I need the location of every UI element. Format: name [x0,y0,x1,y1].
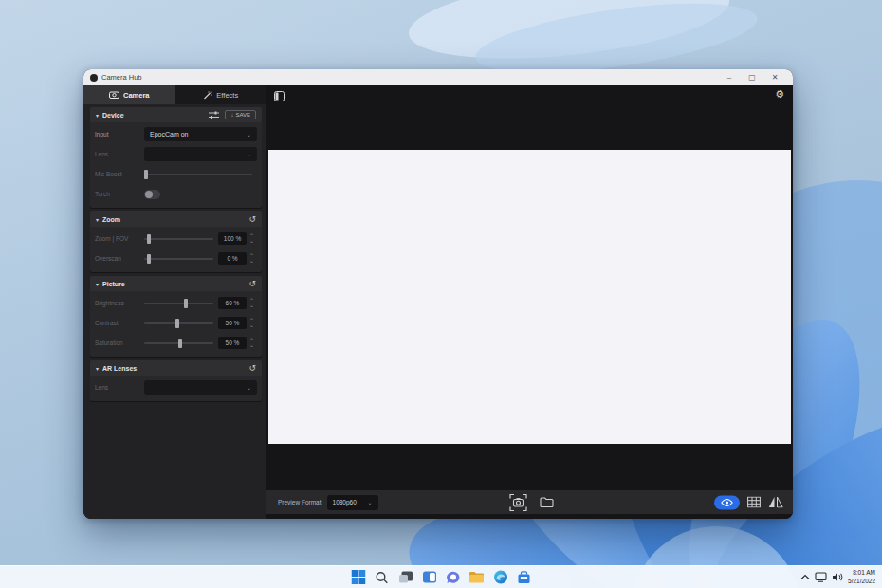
stepper-down-icon[interactable]: ⌄ [249,259,254,264]
stepper-down-icon[interactable]: ⌄ [249,239,254,244]
zoom-fov-label: Zoom | FOV [95,235,144,242]
search-button[interactable] [374,569,391,586]
chat-button[interactable] [445,569,462,586]
contrast-row: Contrast 50 % ⌃ ⌄ [95,313,257,333]
brightness-slider[interactable] [144,298,213,309]
stepper-down-icon[interactable]: ⌄ [249,343,254,348]
store-button[interactable] [516,569,533,586]
zoom-title: Zoom [102,216,120,223]
collapse-triangle-icon[interactable]: ▾ [96,216,99,223]
lens-dropdown[interactable]: ⌄ [144,147,257,161]
ar-lens-dropdown[interactable]: ⌄ [144,380,257,395]
reset-icon[interactable]: ↺ [248,215,256,224]
overscan-label: Overscan [95,255,144,262]
zoom-header[interactable]: ▾ Zoom ↺ [90,211,262,227]
overscan-slider[interactable] [144,253,213,265]
taskbar: 8:01 AM 5/21/2022 [0,565,882,588]
widgets-button[interactable] [421,569,438,586]
ar-lenses-title: AR Lenses [102,365,137,372]
torch-toggle[interactable] [144,190,160,199]
file-explorer-button[interactable] [469,569,486,586]
preview-footer-bar: Preview Format 1080p60 ⌄ [266,490,793,514]
file-explorer-icon [469,571,485,583]
system-tray: 8:01 AM 5/21/2022 [800,566,877,588]
slider-handle[interactable] [144,170,148,179]
saturation-slider[interactable] [144,338,213,349]
stepper-down-icon[interactable]: ⌄ [249,323,254,328]
tray-chevron-up-icon[interactable] [800,574,810,580]
mic-boost-slider[interactable] [144,169,252,180]
start-button[interactable] [350,569,367,586]
save-arrow-icon: ↓ [230,112,233,118]
tab-effects-label: Effects [216,91,238,100]
app-icon [90,74,98,82]
collapse-triangle-icon[interactable]: ▾ [96,281,99,287]
ar-lenses-header[interactable]: ▾ AR Lenses ↺ [90,360,262,376]
picture-header[interactable]: ▾ Picture ↺ [90,276,262,291]
settings-sliders-icon[interactable] [209,111,219,119]
folder-icon[interactable] [540,497,554,508]
flip-mirror-icon[interactable] [768,497,783,508]
magic-wand-icon [203,91,212,100]
camera-icon [109,91,119,99]
chevron-down-icon: ⌄ [247,132,251,138]
contrast-stepper: ⌃ ⌄ [247,319,257,328]
gear-icon[interactable]: ⚙ [775,88,784,101]
camera-hub-window: Camera Hub – ▢ ✕ Camera [83,69,793,519]
task-view-button[interactable] [397,569,414,586]
device-header[interactable]: ▾ Device ↓ SAVE [90,107,262,122]
toggle-knob [145,191,153,198]
zoom-fov-slider[interactable] [144,233,213,245]
clock-date: 5/21/2022 [848,578,875,586]
collapse-triangle-icon[interactable]: ▾ [96,112,99,119]
reset-icon[interactable]: ↺ [248,280,256,288]
titlebar[interactable]: Camera Hub – ▢ ✕ [83,69,793,85]
brightness-row: Brightness 60 % ⌃ ⌄ [95,293,257,313]
chevron-down-icon: ⌄ [367,500,372,505]
overscan-value: 0 % [218,252,247,265]
collapse-sidebar-icon[interactable] [274,91,285,101]
window-title: Camera Hub [101,73,142,82]
edge-browser-button[interactable] [492,569,509,586]
preview-format-dropdown[interactable]: 1080p60 ⌄ [327,495,378,510]
slider-track [144,238,213,240]
maximize-button[interactable]: ▢ [741,69,763,85]
widgets-icon [422,571,436,583]
save-button[interactable]: ↓ SAVE [225,110,256,119]
taskbar-clock[interactable]: 8:01 AM 5/21/2022 [848,569,877,586]
preview-format-label: Preview Format [278,499,322,505]
minimize-button[interactable]: – [718,69,741,85]
section-zoom: ▾ Zoom ↺ Zoom | FOV 100 % [90,211,262,272]
stepper-down-icon[interactable]: ⌄ [249,303,254,308]
input-dropdown[interactable]: EpocCam on ⌄ [144,127,257,141]
grid-overlay-icon[interactable] [747,497,761,508]
saturation-value: 50 % [218,337,247,349]
slider-handle[interactable] [184,299,188,308]
zoom-fov-stepper: ⌃ ⌄ [247,234,257,244]
search-icon [376,571,389,584]
tab-camera[interactable]: Camera [83,85,175,104]
eye-icon [721,498,733,506]
snapshot-camera-icon[interactable] [509,493,527,511]
slider-handle[interactable] [175,319,179,328]
close-button[interactable]: ✕ [763,69,786,85]
zoom-fov-row: Zoom | FOV 100 % ⌃ ⌄ [95,229,257,248]
volume-icon[interactable] [832,572,843,582]
collapse-triangle-icon[interactable]: ▾ [96,365,99,372]
tab-effects[interactable]: Effects [175,85,267,104]
reset-icon[interactable]: ↺ [248,364,256,373]
network-display-icon[interactable] [815,572,827,582]
overscan-stepper: ⌃ ⌄ [247,254,257,264]
section-picture: ▾ Picture ↺ Brightness 60 % [90,276,262,357]
slider-handle[interactable] [147,234,151,244]
taskbar-center-icons [350,566,533,588]
contrast-slider[interactable] [144,318,213,329]
slider-track [144,174,252,175]
slider-handle[interactable] [178,339,182,348]
picture-title: Picture [102,281,125,287]
preview-visibility-toggle[interactable] [714,495,740,509]
lens-label: Lens [95,151,144,157]
edge-icon [493,570,507,584]
brightness-stepper: ⌃ ⌄ [247,299,257,308]
slider-handle[interactable] [147,254,151,264]
